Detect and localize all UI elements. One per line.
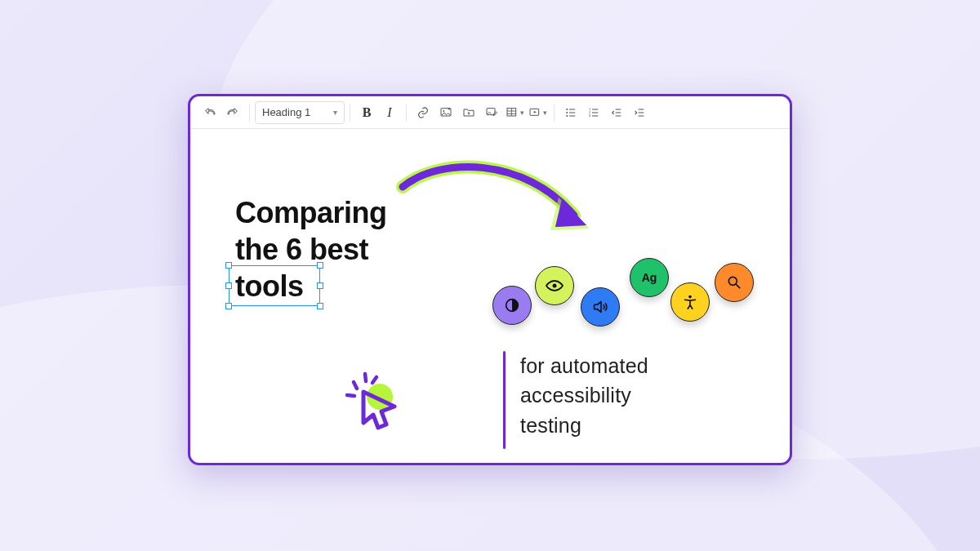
subhead-line-3: testing	[520, 411, 648, 440]
indent-icon	[633, 106, 646, 119]
numbered-list-button[interactable]: 123	[582, 101, 605, 124]
arrow-decoration	[390, 150, 603, 248]
italic-button[interactable]: I	[378, 101, 401, 124]
toolbar-separator	[554, 104, 555, 122]
svg-point-11	[367, 384, 393, 410]
svg-point-13	[553, 284, 557, 288]
bold-icon: B	[363, 105, 372, 120]
svg-point-5	[566, 109, 568, 110]
tool-icon-row: Ag	[492, 251, 770, 341]
magnifier-icon	[726, 274, 742, 291]
link-icon	[416, 106, 430, 119]
tool-search-icon	[715, 263, 754, 302]
file-manager-button[interactable]	[457, 101, 480, 124]
paragraph-style-label: Heading 1	[262, 106, 310, 118]
toolbar-font-group: B I	[352, 96, 404, 128]
speaker-icon	[591, 298, 609, 316]
chevron-down-icon: ▾	[543, 109, 547, 117]
svg-point-15	[728, 277, 737, 285]
contrast-icon	[503, 296, 521, 314]
folder-icon	[462, 106, 475, 119]
cursor-decoration	[337, 366, 411, 439]
editor-window: Heading 1 ▾ B I	[188, 94, 792, 465]
undo-button[interactable]	[198, 101, 221, 124]
headline-text[interactable]: Comparing the 6 best tools	[235, 194, 387, 304]
eye-icon	[545, 276, 564, 295]
edit-image-button[interactable]	[480, 101, 503, 124]
bullet-list-button[interactable]	[559, 101, 582, 124]
selection-handle-tl[interactable]	[225, 262, 232, 269]
headline-line-3-selection[interactable]: tools	[235, 268, 304, 304]
paragraph-style-select[interactable]: Heading 1 ▾	[255, 101, 345, 124]
table-icon	[506, 106, 519, 119]
tool-audio-icon	[581, 287, 620, 327]
link-button[interactable]	[412, 101, 434, 124]
toolbar-separator	[249, 104, 250, 122]
editor-canvas[interactable]: Comparing the 6 best tools	[190, 129, 790, 463]
indent-button[interactable]	[628, 101, 651, 124]
subhead-line-1: for automated	[520, 351, 648, 380]
svg-point-7	[566, 115, 568, 117]
bullet-list-icon	[564, 106, 577, 119]
image-icon	[439, 106, 452, 119]
headline-line-3: tools	[235, 269, 304, 303]
tool-vision-icon	[535, 266, 574, 305]
numbered-list-icon: 123	[587, 106, 600, 119]
selection-handle-br[interactable]	[317, 303, 323, 309]
italic-icon: I	[387, 105, 391, 120]
subhead-line-2: accessibility	[520, 380, 648, 410]
selection-handle-mr[interactable]	[317, 282, 323, 289]
toolbar-history-group	[195, 96, 247, 128]
svg-point-1	[443, 110, 444, 112]
chevron-down-icon: ▾	[520, 109, 524, 117]
toolbar-separator	[350, 104, 350, 122]
insert-image-button[interactable]	[434, 101, 457, 124]
page-background: Heading 1 ▾ B I	[0, 0, 980, 551]
toolbar-insert-group: ▾ ▾	[408, 96, 552, 128]
subheading-text[interactable]: for automated accessibility testing	[520, 351, 648, 440]
svg-point-6	[566, 112, 568, 113]
subheading-block: for automated accessibility testing	[503, 351, 648, 449]
insert-media-button[interactable]: ▾	[526, 101, 549, 124]
tool-contrast-icon	[492, 286, 532, 325]
redo-button[interactable]	[221, 101, 244, 124]
accent-rule	[503, 351, 506, 449]
chevron-down-icon: ▾	[333, 108, 337, 117]
svg-text:3: 3	[589, 113, 591, 118]
outdent-icon	[610, 106, 623, 119]
ag-icon: Ag	[642, 271, 657, 284]
toolbar-list-group: 123	[556, 96, 654, 128]
selection-handle-bl[interactable]	[225, 303, 232, 309]
headline-line-2: the 6 best	[235, 231, 387, 268]
bold-button[interactable]: B	[355, 101, 378, 124]
svg-point-14	[688, 295, 692, 299]
editor-toolbar: Heading 1 ▾ B I	[190, 96, 790, 129]
headline-line-1: Comparing	[235, 194, 387, 231]
image-edit-icon	[485, 106, 498, 119]
toolbar-separator	[406, 104, 407, 122]
tool-typography-icon: Ag	[630, 258, 669, 297]
redo-icon	[226, 106, 239, 119]
tool-accessibility-icon	[670, 282, 710, 322]
person-icon	[681, 293, 699, 311]
insert-table-button[interactable]: ▾	[503, 101, 526, 124]
selection-handle-ml[interactable]	[225, 282, 232, 289]
outdent-button[interactable]	[605, 101, 628, 124]
undo-icon	[203, 106, 216, 119]
media-icon	[528, 106, 541, 119]
